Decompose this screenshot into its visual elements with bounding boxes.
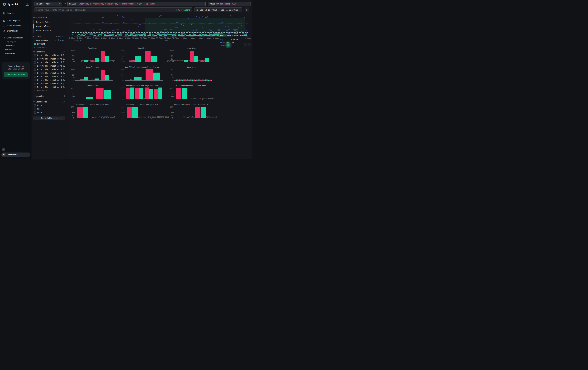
- chart-bar[interactable]: [139, 88, 143, 99]
- checkbox[interactable]: [34, 58, 36, 60]
- chart-plot[interactable]: 10050250: [75, 68, 113, 80]
- search-input[interactable]: [34, 9, 177, 11]
- filter-checkbox-row[interactable]: Error: The credit card (…: [32, 64, 67, 68]
- chart-bar[interactable]: [146, 69, 153, 80]
- chevron-right-icon[interactable]: [33, 96, 34, 97]
- pin-icon[interactable]: [63, 95, 65, 97]
- date-range-picker[interactable]: Sep 14 18:00:00 - Sep 15 05:30:00: [195, 7, 242, 12]
- user-menu[interactable]: U Local mode ›: [1, 152, 30, 157]
- chevron-down-icon[interactable]: [33, 40, 35, 41]
- chart-bar[interactable]: [101, 51, 105, 62]
- checkbox[interactable]: [34, 61, 36, 64]
- show-more-button[interactable]: › Show more: [32, 89, 67, 92]
- preset-kubernetes[interactable]: Kubernetes: [0, 51, 32, 55]
- checkbox[interactable]: [34, 65, 36, 67]
- chart-bar[interactable]: [153, 72, 160, 80]
- chart-plot[interactable]: 10050250: [75, 50, 113, 62]
- chart-bar[interactable]: [145, 51, 151, 62]
- chart-bar[interactable]: [105, 56, 109, 62]
- chart-plot[interactable]: 10050250: [125, 68, 163, 80]
- page-next-button[interactable]: ›: [248, 43, 251, 46]
- chart-bar[interactable]: [190, 51, 194, 62]
- chart-bar[interactable]: [134, 77, 142, 80]
- pin-icon[interactable]: [57, 40, 59, 41]
- chart-bar[interactable]: [84, 77, 88, 80]
- load-more-button[interactable]: › Load more: [32, 46, 67, 49]
- chart-bar[interactable]: [195, 107, 200, 118]
- chart-bar[interactable]: [84, 60, 88, 62]
- chart-plot[interactable]: 10050250: [174, 106, 212, 118]
- preset-services[interactable]: Services: [0, 48, 32, 51]
- chart-bar[interactable]: [130, 88, 134, 99]
- analysis-mode-results-table[interactable]: Results Table: [33, 20, 67, 24]
- filter-checkbox-row[interactable]: Error: [32, 104, 67, 107]
- sidebar-item-dashboards[interactable]: Dashboards: [0, 28, 32, 33]
- search-icon[interactable]: [61, 101, 63, 103]
- checkbox[interactable]: [34, 108, 36, 110]
- chart-plot[interactable]: 10050250: [75, 106, 113, 118]
- mode-sql[interactable]: SQL: [177, 9, 180, 11]
- sidebar-item-search[interactable]: Search: [0, 11, 32, 16]
- search-icon[interactable]: [61, 51, 63, 53]
- chart-bar[interactable]: [200, 60, 204, 62]
- source-select[interactable]: Demo Traces: [34, 2, 62, 6]
- filter-checkbox-row[interactable]: Error: The credit card (…: [32, 75, 67, 78]
- chart-bar[interactable]: [91, 60, 94, 62]
- checkbox[interactable]: [34, 79, 36, 81]
- checkbox[interactable]: [34, 111, 36, 114]
- chart-plot[interactable]: 281470: [125, 87, 163, 100]
- gear-icon[interactable]: ⚙: [63, 2, 66, 5]
- chart-bar[interactable]: [154, 89, 158, 99]
- chart-bar[interactable]: [194, 56, 198, 62]
- chart-bar[interactable]: [205, 58, 209, 62]
- chart-bar[interactable]: [126, 88, 130, 99]
- sidebar-item-client-sessions[interactable]: Client Sessions: [0, 23, 32, 28]
- chart-bar[interactable]: [183, 118, 188, 118]
- get-started-button[interactable]: Get Started for Free: [4, 72, 28, 77]
- checkbox[interactable]: [34, 43, 36, 45]
- filter-group-name[interactable]: SpanKind: [35, 95, 63, 98]
- filter-checkbox-row[interactable]: Ok: [32, 107, 67, 111]
- chart-plot[interactable]: 201050: [174, 68, 212, 80]
- chart-bar[interactable]: [95, 79, 99, 80]
- chart-bar[interactable]: [149, 89, 153, 99]
- chart-bar[interactable]: [152, 118, 158, 118]
- checkbox[interactable]: [34, 69, 36, 71]
- heatmap-plot[interactable]: 6004002000: [72, 15, 248, 37]
- sql-orderby-editor[interactable]: ORDER BY Timestamp DESC: [208, 2, 251, 6]
- chart-bar[interactable]: [104, 90, 111, 99]
- pin-icon[interactable]: [63, 101, 65, 103]
- chart-plot[interactable]: 10050250: [125, 50, 163, 62]
- chart-plot[interactable]: 10050250: [174, 87, 212, 100]
- chart-bar[interactable]: [96, 88, 104, 99]
- filter-checkbox-row[interactable]: Error: The credit card (…: [32, 78, 67, 82]
- sidebar-collapse-icon[interactable]: [26, 3, 29, 6]
- filter-group-name[interactable]: ServiceName: [36, 39, 53, 41]
- filter-checkbox-row[interactable]: Error: The credit card (…: [32, 68, 67, 71]
- filter-checkbox-row[interactable]: Error: The credit card (…: [32, 85, 67, 89]
- chart-bar[interactable]: [184, 60, 188, 62]
- chart-bar[interactable]: [83, 107, 88, 118]
- filter-checkbox-row[interactable]: Error: The credit card (…: [32, 54, 67, 57]
- chart-bar[interactable]: [77, 107, 83, 118]
- create-dashboard-button[interactable]: + Create Dashboard: [0, 35, 32, 40]
- chart-plot[interactable]: 10050250: [174, 50, 212, 62]
- chart-bar[interactable]: [201, 99, 206, 99]
- chart-bar[interactable]: [105, 75, 109, 80]
- sidebar-item-chart-explorer[interactable]: Chart Explorer: [0, 18, 32, 23]
- chart-bar[interactable]: [201, 107, 206, 118]
- filter-group-name[interactable]: SpanName: [36, 51, 60, 53]
- chart-bar[interactable]: [80, 79, 84, 80]
- presets-toggle[interactable]: PRESETS: [0, 40, 32, 44]
- sql-select-editor[interactable]: SELECT Timestamp, ServiceName, StatusCod…: [67, 2, 206, 6]
- chart-bar[interactable]: [101, 70, 105, 80]
- chart-bar[interactable]: [158, 88, 162, 99]
- filter-group-name[interactable]: StatusCode: [36, 101, 60, 103]
- filter-checkbox-row[interactable]: Error: The credit card (…: [32, 82, 67, 85]
- clear-all-button[interactable]: Clear all: [56, 36, 65, 38]
- chevron-down-icon[interactable]: [33, 51, 35, 52]
- pin-icon[interactable]: [63, 51, 65, 53]
- preset-clickhouse[interactable]: ClickHouse: [0, 44, 32, 48]
- chart-bar[interactable]: [182, 88, 187, 99]
- chart-bar[interactable]: [95, 58, 99, 62]
